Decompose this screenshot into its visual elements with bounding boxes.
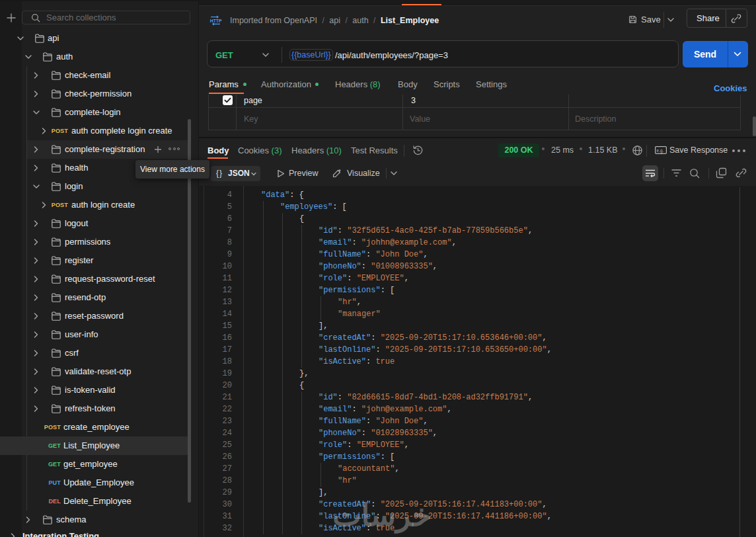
svg-text:HTTP: HTTP	[210, 19, 222, 23]
svg-text:e.g.: e.g.	[657, 148, 664, 153]
